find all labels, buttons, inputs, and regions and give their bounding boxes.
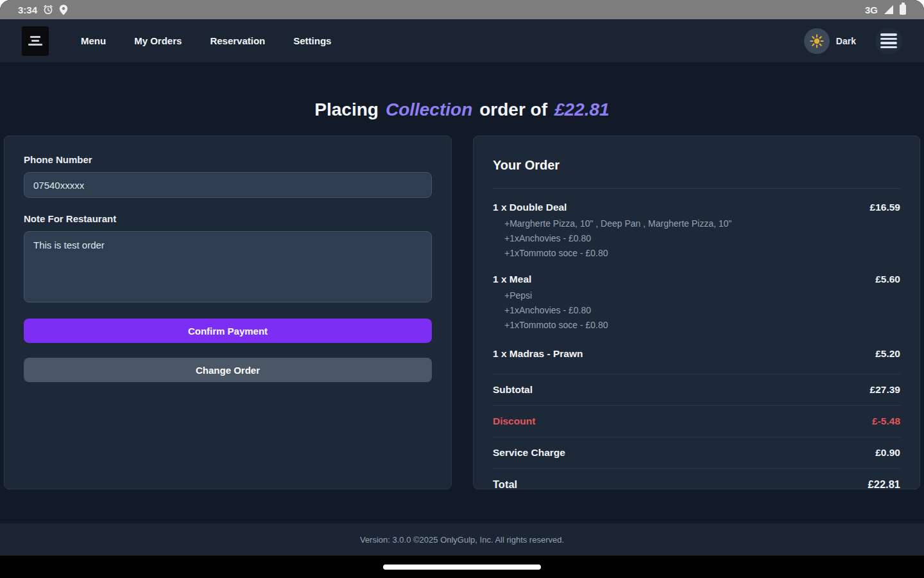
divider — [493, 188, 900, 189]
item-addon: +1xAnchovies - £0.80 — [493, 231, 900, 246]
item-price: £5.20 — [875, 348, 900, 360]
status-bar: 3:34 3G — [0, 0, 924, 19]
nav-item-menu[interactable]: Menu — [81, 35, 106, 46]
item-addon: +1xTommoto soce - £0.80 — [493, 246, 900, 261]
page-title: Placing Collection order of £22.81 — [0, 100, 924, 120]
title-middle: order of — [479, 100, 547, 120]
order-summary-panel: Your Order 1 x Double Deal £16.59 +Margh… — [473, 136, 920, 489]
signal-icon — [884, 5, 894, 15]
app-screen: 3:34 3G Menu My Orders Reservation Setti… — [0, 0, 924, 578]
order-item: 1 x Meal £5.60 +Pepsi +1xAnchovies - £0.… — [493, 274, 900, 333]
discount-value: £-5.48 — [872, 416, 900, 427]
service-charge-row: Service Charge £0.90 — [493, 437, 900, 468]
theme-toggle[interactable]: Dark — [804, 28, 856, 54]
item-name: 1 x Meal — [493, 274, 531, 285]
title-order-type: Collection — [386, 100, 472, 120]
total-row: Total £22.81 — [493, 468, 900, 500]
battery-icon — [900, 4, 906, 15]
sun-icon — [804, 28, 830, 54]
order-summary-title: Your Order — [493, 158, 900, 173]
item-name: 1 x Madras - Prawn — [493, 348, 583, 360]
theme-toggle-label: Dark — [836, 36, 856, 46]
note-for-restaurant-label: Note For Restaurant — [24, 213, 432, 224]
phone-number-input[interactable] — [24, 172, 432, 198]
total-value: £22.81 — [868, 478, 900, 491]
nav-links: Menu My Orders Reservation Settings — [81, 35, 331, 46]
order-item: 1 x Double Deal £16.59 +Margherte Pizza,… — [493, 202, 900, 261]
item-addon: +Pepsi — [493, 288, 900, 303]
alarm-icon — [43, 4, 53, 15]
item-name: 1 x Double Deal — [493, 202, 567, 213]
location-icon — [59, 4, 68, 15]
nav-item-my-orders[interactable]: My Orders — [134, 35, 182, 46]
item-addon: +1xAnchovies - £0.80 — [493, 303, 900, 318]
brand-logo[interactable] — [22, 26, 49, 56]
discount-label: Discount — [493, 416, 535, 427]
top-nav: Menu My Orders Reservation Settings Dark — [0, 19, 924, 62]
change-order-button[interactable]: Change Order — [24, 358, 432, 382]
home-indicator[interactable] — [383, 565, 541, 570]
discount-row: Discount £-5.48 — [493, 405, 900, 437]
network-type-label: 3G — [865, 4, 878, 15]
service-charge-value: £0.90 — [875, 447, 900, 459]
title-prefix: Placing — [314, 100, 379, 120]
confirm-payment-button[interactable]: Confirm Payment — [24, 319, 432, 343]
app-footer: Version: 3.0.0 ©2025 OnlyGulp, Inc. All … — [0, 523, 924, 556]
subtotal-label: Subtotal — [493, 384, 533, 396]
item-price: £16.59 — [870, 202, 900, 213]
checkout-form-panel: Phone Number Note For Restaurant This is… — [4, 136, 452, 489]
status-time: 3:34 — [18, 4, 37, 15]
item-price: £5.60 — [875, 274, 900, 285]
item-addon: +Margherte Pizza, 10" , Deep Pan , Margh… — [493, 216, 900, 231]
order-item: 1 x Madras - Prawn £5.20 — [493, 348, 900, 360]
nav-item-settings[interactable]: Settings — [293, 35, 331, 46]
total-label: Total — [493, 478, 517, 491]
phone-number-label: Phone Number — [24, 154, 432, 165]
note-for-restaurant-textarea[interactable]: This is test order — [24, 231, 432, 302]
totals-section: Subtotal £27.39 Discount £-5.48 Service … — [493, 374, 900, 500]
subtotal-value: £27.39 — [870, 384, 900, 396]
subtotal-row: Subtotal £27.39 — [493, 374, 900, 405]
title-amount: £22.81 — [554, 100, 610, 120]
nav-item-reservation[interactable]: Reservation — [210, 35, 265, 46]
gesture-nav-bar — [0, 556, 924, 578]
version-text: Version: 3.0.0 ©2025 OnlyGulp, Inc. All … — [360, 535, 564, 545]
hamburger-menu-icon[interactable] — [875, 28, 902, 55]
item-addon: +1xTommoto soce - £0.80 — [493, 318, 900, 333]
service-charge-label: Service Charge — [493, 447, 565, 459]
